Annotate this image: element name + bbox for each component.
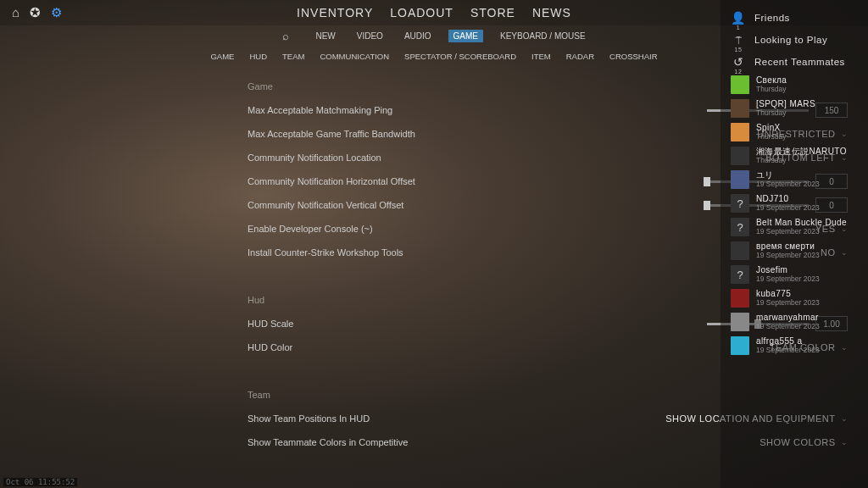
sidebar-looking-to-play[interactable]: ⍑15 Looking to Play <box>721 29 868 51</box>
settings-sec-radar[interactable]: RADAR <box>566 52 594 61</box>
player-date: 19 September 2023 <box>756 204 820 213</box>
setting-label: Community Notification Horizontal Offset <box>248 176 707 186</box>
setting-label: Community Notification Vertical Offset <box>248 200 707 210</box>
player-row[interactable]: ?Josefim19 September 2023 <box>721 263 868 286</box>
player-row[interactable]: alfrga555 a19 September 2023 <box>721 334 868 358</box>
avatar: ? <box>731 265 749 284</box>
nav-loadout[interactable]: LOADOUT <box>390 6 453 19</box>
avatar <box>731 170 749 189</box>
home-icon[interactable]: ⌂ <box>12 5 19 20</box>
topbar-left-icons: ⌂ ✪ ⚙ <box>0 5 62 20</box>
setting-label: Max Acceptable Game Traffic Bandwidth <box>248 129 757 139</box>
settings-cat-audio[interactable]: AUDIO <box>400 30 436 42</box>
settings-sec-spectator-scoreboard[interactable]: SPECTATOR / SCOREBOARD <box>404 52 516 61</box>
setting-label: HUD Scale <box>248 319 707 329</box>
gear-icon[interactable]: ⚙ <box>51 5 62 20</box>
settings-sec-communication[interactable]: COMMUNICATION <box>320 52 389 61</box>
avatar <box>731 147 749 165</box>
settings-sec-hud[interactable]: HUD <box>249 52 267 61</box>
player-date: 19 September 2023 <box>756 252 820 260</box>
player-list: СвеклаThursday[SPQR] MARSThursdaySpinXTh… <box>721 73 868 358</box>
player-row[interactable]: [SPQR] MARSThursday <box>721 97 868 120</box>
setting-label: Show Teammate Colors in Competitive <box>248 437 760 447</box>
tv-icon[interactable]: ✪ <box>30 5 41 20</box>
nav-store[interactable]: STORE <box>470 6 515 19</box>
player-date: 19 September 2023 <box>756 275 820 284</box>
avatar: ? <box>731 218 749 236</box>
setting-label: Community Notification Location <box>248 152 765 163</box>
setting-label: Show Team Positions In HUD <box>248 413 665 424</box>
player-date: 19 September 2023 <box>756 323 820 331</box>
avatar <box>731 289 749 308</box>
avatar <box>731 336 749 355</box>
player-row[interactable]: marwanyahmar19 September 2023 <box>721 310 868 334</box>
settings-cat-game[interactable]: GAME <box>448 30 483 42</box>
settings-sec-team[interactable]: TEAM <box>282 52 304 61</box>
player-row[interactable]: SpinXThursday <box>721 120 868 144</box>
history-icon: ↺12 <box>731 55 746 69</box>
settings-sec-item[interactable]: ITEM <box>531 52 551 61</box>
avatar <box>731 241 749 260</box>
settings-cat-keyboard-mouse[interactable]: KEYBOARD / MOUSE <box>496 30 590 42</box>
avatar <box>731 313 749 331</box>
player-date: 19 September 2023 <box>756 180 820 189</box>
settings-sec-game[interactable]: GAME <box>210 52 234 61</box>
player-date: Thursday <box>756 109 815 118</box>
settings-cat-new[interactable]: NEW <box>311 30 339 42</box>
search-icon[interactable]: ⌕ <box>278 28 293 44</box>
sidebar-friends[interactable]: 👤1 Friends <box>721 7 868 29</box>
avatar <box>731 123 749 141</box>
player-date: Thursday <box>756 157 847 165</box>
player-row[interactable]: ユリ19 September 2023 <box>721 168 868 191</box>
top-nav: INVENTORY LOADOUT STORE NEWS <box>297 6 571 19</box>
avatar <box>731 75 749 94</box>
avatar <box>731 99 749 118</box>
nav-inventory[interactable]: INVENTORY <box>297 6 373 19</box>
timestamp: Oct 06 11:55:52 <box>3 478 77 486</box>
player-row[interactable]: kuba77519 September 2023 <box>721 286 868 310</box>
settings-cat-video[interactable]: VIDEO <box>353 30 387 42</box>
antenna-icon: ⍑15 <box>731 33 746 47</box>
player-date: Thursday <box>756 86 787 94</box>
player-row[interactable]: ?NDJ71019 September 2023 <box>721 191 868 215</box>
player-date: 19 September 2023 <box>756 228 847 236</box>
player-row[interactable]: время смерти19 September 2023 <box>721 239 868 263</box>
player-date: 19 September 2023 <box>756 347 820 355</box>
avatar: ? <box>731 194 749 213</box>
sidebar-recent-teammates[interactable]: ↺12 Recent Teammates <box>721 51 868 73</box>
friends-icon: 👤1 <box>731 11 746 25</box>
player-row[interactable]: ?Belt Man Buckle Dude19 September 2023 <box>721 215 868 239</box>
player-row[interactable]: 湘海最速伝説NARUTOThursday <box>721 144 868 168</box>
setting-label: HUD Color <box>248 342 770 352</box>
nav-news[interactable]: NEWS <box>532 6 571 19</box>
settings-sec-crosshair[interactable]: CROSSHAIR <box>609 52 657 61</box>
setting-label: Max Acceptable Matchmaking Ping <box>248 105 707 115</box>
sidebar: 👤1 Friends ⍑15 Looking to Play ↺12 Recen… <box>721 0 868 488</box>
player-date: 19 September 2023 <box>756 299 820 308</box>
player-date: Thursday <box>756 133 786 141</box>
player-row[interactable]: СвеклаThursday <box>721 73 868 97</box>
